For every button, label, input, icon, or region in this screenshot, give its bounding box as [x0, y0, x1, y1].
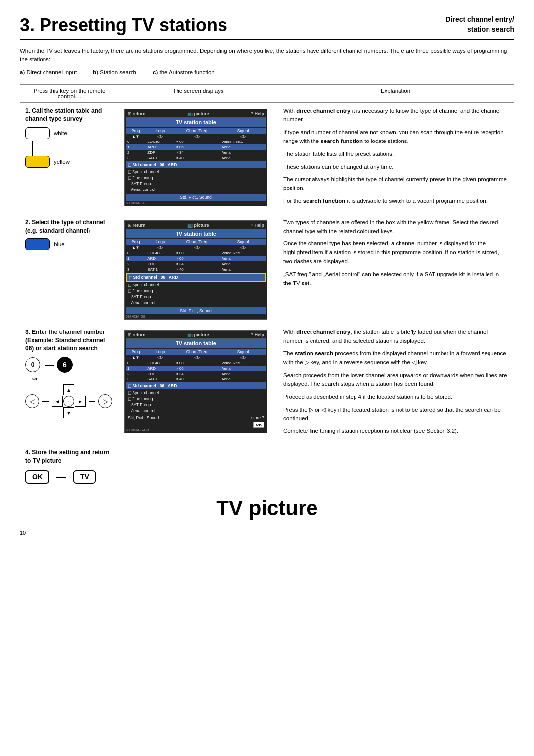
- tv-ok-btn: OK: [126, 421, 266, 428]
- tv-highlighted-channel-1: ◻ Std channel 06 ARD: [126, 161, 266, 168]
- tv-button[interactable]: TV: [73, 470, 96, 484]
- step3-row: 3. Enter the channel number (Example: St…: [20, 324, 514, 444]
- tv-table-3: Prog Logo Chan./Freq. Signal ▲▼ ◁▷ ◁▷ ◁▷: [126, 349, 266, 382]
- yellow-key-label: yellow: [54, 159, 70, 165]
- step2-explain: Two types of channels are offered in the…: [277, 214, 514, 324]
- step1-label: 1. Call the station table and channel ty…: [25, 107, 114, 124]
- nav-down[interactable]: ▼: [63, 407, 74, 418]
- tv-table-2: Prog Logo Chan./Freq. Signal ▲▼ ◁▷ ◁▷ ◁▷: [126, 239, 266, 272]
- intro-options: a) Direct channel input b) Station searc…: [20, 69, 514, 75]
- step1-key-container: white yellow: [25, 127, 114, 170]
- tv-nav-bar-2: ⊞ return 📺 picture ? Help: [126, 222, 266, 229]
- tv-code-2: 698+03A-GB: [126, 315, 266, 318]
- intro-paragraph: When the TV set leaves the factory, ther…: [20, 47, 514, 64]
- tv-title-2: TV station table: [126, 229, 266, 238]
- nav-left[interactable]: ◄: [52, 396, 63, 407]
- nav-up[interactable]: ▲: [63, 384, 74, 395]
- step2-label: 2. Select the type of channel (e.g. stan…: [25, 218, 114, 235]
- tv-row-0: 0 LOGIC ≠ 00 Video Rec.1: [126, 139, 266, 144]
- page-title: 3. Presetting TV stations: [20, 15, 446, 36]
- tv-highlighted-channel-3: ◻ Std channel 06 ARD: [126, 382, 266, 389]
- white-key-label: white: [54, 130, 67, 136]
- tv-row-3: 3 SAT.1 ≠ 40 Aerial: [126, 155, 266, 161]
- step2-row: 2. Select the type of channel (e.g. stan…: [20, 214, 514, 324]
- main-table: Press this key on the remote control....…: [20, 84, 514, 491]
- next-channel-key[interactable]: ▷: [98, 394, 112, 408]
- step2-keys: 2. Select the type of channel (e.g. stan…: [20, 214, 119, 324]
- or-text: or: [32, 376, 114, 381]
- tv-store-row: Std, Pict., Sound store ?: [126, 414, 266, 421]
- numpad-row: 0 — 6: [25, 357, 114, 373]
- key-0[interactable]: 0: [25, 357, 40, 372]
- step1-explain: With direct channel entry it is necessar…: [277, 103, 514, 214]
- tv-screen-1: ⊞ return 📺 picture ? Help TV station tab…: [124, 109, 267, 206]
- page-header: 3. Presetting TV stations Direct channel…: [20, 15, 514, 40]
- tv-screen-3: ⊞ return 📺 picture ? Help TV station tab…: [124, 330, 267, 433]
- step1-row: 1. Call the station table and channel ty…: [20, 103, 514, 214]
- step4-keys: 4. Store the setting and return to TV pi…: [20, 444, 119, 491]
- step2-screen: ⊞ return 📺 picture ? Help TV station tab…: [119, 214, 277, 324]
- step3-keys: 3. Enter the channel number (Example: St…: [20, 324, 119, 444]
- tv-table-1: Prog Logo Chan./Freq. Signal ▲▼ ◁▷ ◁▷ ◁▷: [126, 128, 266, 161]
- nav-right[interactable]: ►: [75, 396, 86, 407]
- key-6[interactable]: 6: [57, 357, 73, 373]
- white-key[interactable]: [25, 127, 50, 139]
- white-key-row: white: [25, 127, 67, 139]
- tv-code-1: 698+03A-GB: [126, 201, 266, 205]
- blue-key-label: blue: [54, 241, 65, 247]
- step4-row: 4. Store the setting and return to TV pi…: [20, 444, 514, 491]
- tv-row-2: 2 ZDF ≠ 34 Aerial: [126, 150, 266, 155]
- blue-key[interactable]: [25, 238, 50, 250]
- tv-screen-2: ⊞ return 📺 picture ? Help TV station tab…: [124, 220, 267, 320]
- tv-code-3: 698+03A-S-GB: [126, 428, 266, 432]
- yellow-key[interactable]: [25, 156, 50, 168]
- step4-explain: [277, 444, 514, 491]
- step3-explain: With direct channel entry, the station t…: [277, 324, 514, 444]
- col-header-screen: The screen displays: [119, 85, 277, 102]
- tv-nav-bar-1: ⊞ return 📺 picture ? Help: [126, 110, 266, 118]
- page-subtitle: Direct channel entry/ station search: [446, 15, 515, 34]
- nav-center[interactable]: ·: [63, 396, 74, 407]
- tv-bottom-1: Std, Pict., Sound: [126, 194, 266, 201]
- tv-nav-bar-3: ⊞ return 📺 picture ? Help: [126, 331, 266, 339]
- ok-tv-row: OK — TV: [25, 470, 114, 484]
- col-header-explain: Explanation: [277, 85, 514, 102]
- ok-button[interactable]: OK: [25, 470, 49, 484]
- step3-screen: ⊞ return 📺 picture ? Help TV station tab…: [119, 324, 277, 444]
- tv-menu-1: ◻ Spec. channel ◻ Fine tuning SAT-Frequ.…: [126, 168, 266, 193]
- step4-screen: [119, 444, 277, 491]
- tv-bottom-2: Std, Pict., Sound: [126, 307, 266, 314]
- tv-title-3: TV station table: [126, 339, 266, 348]
- table-header-row: Press this key on the remote control....…: [20, 85, 514, 103]
- step1-screen: ⊞ return 📺 picture ? Help TV station tab…: [119, 103, 277, 214]
- step1-keys: 1. Call the station table and channel ty…: [20, 103, 119, 214]
- prev-channel-key[interactable]: ◁: [25, 394, 39, 408]
- blue-key-row: blue: [25, 238, 65, 250]
- yellow-key-row: yellow: [25, 156, 70, 168]
- page-number: 10: [20, 530, 514, 536]
- step3-label: 3. Enter the channel number (Example: St…: [25, 328, 114, 353]
- col-header-keys: Press this key on the remote control....: [20, 85, 119, 102]
- step4-label: 4. Store the setting and return to TV pi…: [25, 448, 114, 465]
- tv-row-arrows: ▲▼ ◁▷ ◁▷ ◁▷: [126, 134, 266, 139]
- tv-title-1: TV station table: [126, 118, 266, 127]
- step2-key-container: blue: [25, 238, 114, 252]
- step1-connector: [25, 141, 33, 156]
- tv-highlighted-channel-2: ◻ Std channel 06 ARD: [126, 273, 266, 282]
- tv-row-1: 1 ARD ≠ 06 Aerial: [126, 144, 266, 150]
- tv-picture-title: TV picture: [20, 496, 514, 520]
